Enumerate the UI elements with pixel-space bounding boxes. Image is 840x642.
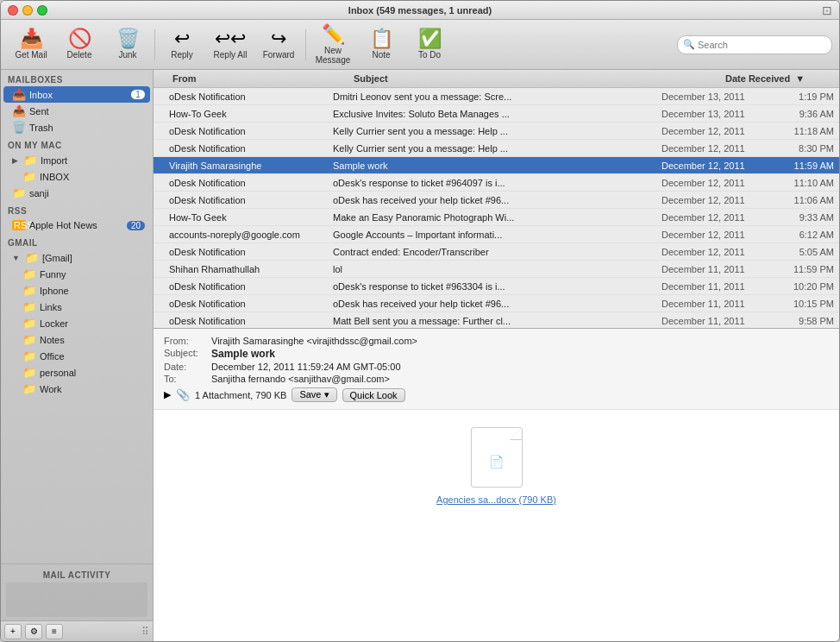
sidebar-item-inbox2[interactable]: 📁 INBOX <box>3 168 150 185</box>
reply-all-button[interactable]: ↩↩ Reply All <box>207 23 254 66</box>
sidebar-item-sent[interactable]: 📤 Sent <box>3 103 150 119</box>
email-list: From Subject Date Received ▼ oDesk Notif… <box>154 70 839 329</box>
reply-button[interactable]: ↩ Reply <box>159 23 205 66</box>
date-col-header[interactable]: Date Received ▼ <box>722 72 834 85</box>
get-mail-label: Get Mail <box>15 50 47 60</box>
email-from: How-To Geek <box>169 109 333 119</box>
folder-icon-2: 📁 <box>22 170 36 183</box>
email-row[interactable]: oDesk NotificationoDesk's response to ti… <box>154 278 839 295</box>
email-from: oDesk Notification <box>169 143 333 154</box>
sidebar-item-sanji[interactable]: 📁 sanji <box>3 185 150 201</box>
resize-grip: ⠿ <box>141 626 149 638</box>
sidebar-item-funny[interactable]: 📁 Funny <box>3 266 150 282</box>
sidebar-item-work[interactable]: 📁 Work <box>3 381 150 397</box>
docx-indicator: 📄 <box>489 455 504 469</box>
from-col-header[interactable]: From <box>169 72 350 85</box>
email-date: December 12, 2011 <box>661 143 774 154</box>
sidebar-item-links[interactable]: 📁 Links <box>3 299 150 315</box>
sidebar-item-notes[interactable]: 📁 Notes <box>3 331 150 348</box>
unread-indicator <box>159 110 166 117</box>
file-name-label[interactable]: Agencies sa...docx (790 KB) <box>436 494 556 505</box>
subject-col-header[interactable]: Subject <box>350 72 722 85</box>
email-date: December 12, 2011 <box>661 230 774 240</box>
locker-folder-icon: 📁 <box>22 317 36 330</box>
email-date: December 12, 2011 <box>661 178 774 188</box>
email-time: 5:05 AM <box>774 247 834 257</box>
email-row[interactable]: Virajith SamarasingheSample workDecember… <box>154 157 839 174</box>
to-value: Sanjitha fernando <sanjithav@gmail.com> <box>211 374 390 384</box>
sidebar-item-inbox[interactable]: 📥 Inbox 1 <box>3 86 150 103</box>
subject-value: Sample work <box>211 348 275 360</box>
email-time: 11:59 PM <box>774 264 834 274</box>
personal-label: personal <box>40 368 145 378</box>
expand-attachments-icon[interactable]: ▶ <box>164 389 171 400</box>
email-list-header: From Subject Date Received ▼ <box>154 70 839 88</box>
forward-button[interactable]: ↪ Forward <box>255 23 302 66</box>
save-attachment-button[interactable]: Save ▾ <box>291 387 336 402</box>
forward-label: Forward <box>263 50 295 60</box>
mailbox-settings-button[interactable]: ⚙ <box>25 624 42 639</box>
junk-button[interactable]: 🗑️ Junk <box>104 23 151 66</box>
email-from: oDesk Notification <box>169 316 333 326</box>
email-row[interactable]: oDesk NotificationKelly Currier sent you… <box>154 140 839 157</box>
email-from: oDesk Notification <box>169 299 333 309</box>
sidebar-item-import[interactable]: ▶ 📁 Import <box>3 152 150 168</box>
email-row[interactable]: oDesk NotificationoDesk has received you… <box>154 192 839 209</box>
email-time: 8:30 PM <box>774 143 834 154</box>
email-date: December 12, 2011 <box>661 247 774 257</box>
apple-news-badge: 20 <box>127 221 145 230</box>
email-row[interactable]: oDesk NotificationoDesk's response to ti… <box>154 174 839 192</box>
email-from: accounts-noreply@google.com <box>169 230 333 240</box>
email-row[interactable]: oDesk NotificationContract ended: Encode… <box>154 243 839 261</box>
email-row[interactable]: How-To GeekMake an Easy Panoramic Photog… <box>154 209 839 226</box>
unread-indicator <box>159 179 166 186</box>
sidebar-item-iphone[interactable]: 📁 Iphone <box>3 282 150 299</box>
email-row[interactable]: oDesk NotificationoDesk has received you… <box>154 295 839 312</box>
email-subject: oDesk has received your help ticket #96.… <box>333 299 661 309</box>
to-do-button[interactable]: ✅ To Do <box>406 23 453 66</box>
email-time: 11:18 AM <box>774 126 834 136</box>
gmail-label: [Gmail] <box>42 253 145 263</box>
email-time: 9:58 PM <box>774 316 834 326</box>
add-mailbox-button[interactable]: + <box>4 624 22 639</box>
quick-look-button[interactable]: Quick Look <box>342 388 405 402</box>
email-subject: oDesk's response to ticket #964097 is i.… <box>333 178 661 188</box>
delete-button[interactable]: 🚫 Delete <box>56 23 103 66</box>
email-row[interactable]: oDesk NotificationMatt Bell sent you a m… <box>154 312 839 329</box>
preview-body: 📄 Agencies sa...docx (790 KB) <box>154 410 839 641</box>
sidebar-item-apple-news[interactable]: RSS Apple Hot News 20 <box>3 217 150 233</box>
sidebar-item-locker[interactable]: 📁 Locker <box>3 315 150 331</box>
work-folder-icon: 📁 <box>22 382 36 395</box>
gmail-folder-icon: 📁 <box>25 251 39 264</box>
email-row[interactable]: accounts-noreply@google.comGoogle Accoun… <box>154 226 839 243</box>
maximize-button[interactable] <box>37 5 47 16</box>
unread-indicator <box>159 318 166 324</box>
trash-label: Trash <box>29 123 145 133</box>
separator-2 <box>305 29 306 60</box>
close-button[interactable] <box>8 5 18 16</box>
list-view-button[interactable]: ≡ <box>46 624 63 639</box>
new-message-button[interactable]: ✏️ New Message <box>310 23 356 66</box>
sidebar-item-office[interactable]: 📁 Office <box>3 348 150 364</box>
email-subject: Kelly Currier sent you a message: Help .… <box>333 143 661 154</box>
email-time: 10:15 PM <box>774 299 834 309</box>
email-row[interactable]: How-To GeekExclusive Invites: Soluto Bet… <box>154 105 839 123</box>
apple-news-label: Apple Hot News <box>29 220 123 230</box>
sidebar-item-trash[interactable]: 🗑️ Trash <box>3 119 150 135</box>
email-row[interactable]: oDesk NotificationDmitri Leonov sent you… <box>154 88 839 105</box>
separator-1 <box>154 29 155 60</box>
get-mail-button[interactable]: 📥 Get Mail <box>8 23 54 66</box>
sidebar-item-gmail[interactable]: ▼ 📁 [Gmail] <box>3 249 150 266</box>
minimize-button[interactable] <box>22 5 33 16</box>
search-box: 🔍 <box>677 35 832 54</box>
sidebar-item-personal[interactable]: 📁 personal <box>3 364 150 381</box>
folder-icon-3: 📁 <box>12 186 26 199</box>
search-input[interactable] <box>698 40 826 50</box>
date-row: Date: December 12, 2011 11:59:24 AM GMT-… <box>164 362 829 372</box>
email-row[interactable]: oDesk NotificationKelly Currier sent you… <box>154 123 839 140</box>
rss-header: RSS <box>1 201 153 217</box>
email-row[interactable]: Shihan RhamathullahlolDecember 11, 20111… <box>154 261 839 278</box>
note-button[interactable]: 📋 Note <box>358 23 404 66</box>
get-mail-icon: 📥 <box>20 29 43 48</box>
email-from: oDesk Notification <box>169 247 333 257</box>
